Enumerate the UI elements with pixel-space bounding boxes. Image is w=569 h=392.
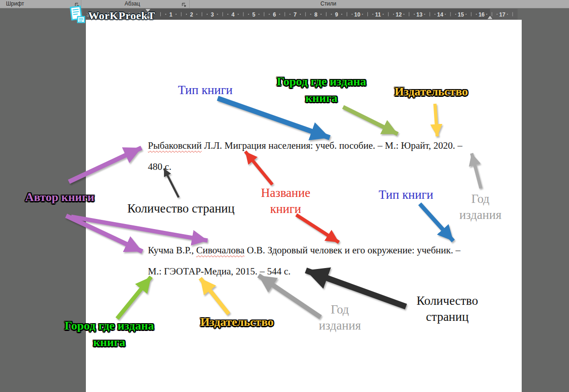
callout-book-type-1[interactable]: Тип книги <box>178 82 232 98</box>
ruler-number: 7 <box>293 11 297 18</box>
citation-1-text[interactable]: Л.Л. Миграция населения: учеб. пособие. … <box>202 140 462 151</box>
citation-2-prefix[interactable]: Кучма В.Р., <box>148 245 196 256</box>
callout-city-2[interactable]: Город где издана книга <box>65 318 154 351</box>
ribbon-group-divider <box>189 0 190 8</box>
ruler-number: 1 <box>169 11 173 18</box>
callout-city-1[interactable]: Город где издана книга <box>277 73 366 106</box>
ruler-number: 8 <box>314 11 317 18</box>
misspelled-word[interactable]: Рыбаковский <box>148 140 202 151</box>
ruler-number: 4 <box>231 11 235 18</box>
ruler-number: 6 <box>273 11 276 18</box>
callout-book-title[interactable]: Название книги <box>261 185 310 217</box>
ruler-number: 10 <box>354 11 361 18</box>
workproekt-logo-icon <box>68 6 88 26</box>
ruler-number: 12 <box>396 11 402 18</box>
ribbon-group-styles-label: Стили <box>321 0 337 7</box>
citation-1-line-2[interactable]: 480 с. <box>148 156 462 177</box>
citation-1-line-1[interactable]: Рыбаковский Л.Л. Миграция населения: уче… <box>148 135 462 156</box>
citation-2-text[interactable]: О.В. Здоровый человек и его окружение: у… <box>244 245 460 256</box>
ruler-number: 2 <box>190 11 193 18</box>
callout-book-type-2[interactable]: Тип книги <box>378 187 433 203</box>
callout-author[interactable]: Автор книги <box>25 189 94 206</box>
citation-1[interactable]: Рыбаковский Л.Л. Миграция населения: уче… <box>148 135 462 177</box>
ruler-number: 3 <box>211 11 214 18</box>
ribbon-group-font-label: Шрифт <box>6 0 24 7</box>
ruler-number: 16 <box>479 11 485 18</box>
workproekt-logo-text: WorKProekT <box>88 10 155 22</box>
citation-2-line-2[interactable]: М.: ГЭОТАР-Медиа, 2015. – 544 с. <box>148 261 461 282</box>
paragraph-dialog-launcher-icon[interactable] <box>182 1 187 6</box>
callout-year-1[interactable]: Год издания <box>459 191 501 223</box>
ruler-number: 11 <box>375 11 381 18</box>
callout-page-count-2[interactable]: Количество страниц <box>417 293 478 325</box>
callout-publisher-1[interactable]: Издательство <box>394 84 468 100</box>
word-window: Шрифт Абзац Стили 3211234567891011121314… <box>0 0 569 392</box>
ruler-number: 15 <box>458 11 464 18</box>
callout-publisher-2[interactable]: Издательство <box>200 314 274 330</box>
citation-2[interactable]: Кучма В.Р., Сивочалова О.В. Здоровый чел… <box>148 240 461 282</box>
ruler-number: 17 <box>499 11 506 18</box>
callout-page-count-1[interactable]: Количество страниц <box>127 201 235 217</box>
callout-year-2[interactable]: Год издания <box>319 302 361 334</box>
ruler-number: 14 <box>437 11 444 18</box>
misspelled-word[interactable]: Сивочалова <box>196 245 244 256</box>
ruler-number: 5 <box>252 11 255 18</box>
ruler-number: 13 <box>417 11 423 18</box>
workproekt-watermark: WorKProekT <box>68 6 155 26</box>
ruler-number: 9 <box>335 11 338 18</box>
citation-2-line-1[interactable]: Кучма В.Р., Сивочалова О.В. Здоровый чел… <box>148 240 461 261</box>
